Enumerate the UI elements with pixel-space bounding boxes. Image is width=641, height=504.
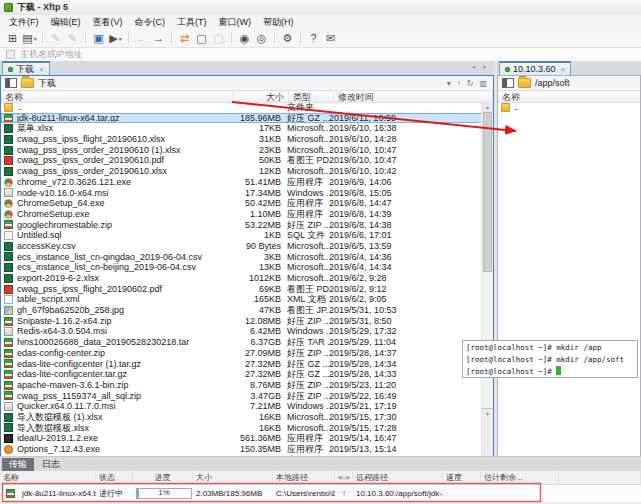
- refresh-view-icon[interactable]: ▣: [90, 31, 107, 46]
- panel-toggle-icon[interactable]: [5, 78, 17, 88]
- file-type-icon: [501, 103, 510, 112]
- forward-icon[interactable]: →: [150, 31, 167, 46]
- feedback-icon[interactable]: ✉: [322, 31, 339, 46]
- file-row[interactable]: ecs_instance_list_cn-beijing_2019-06-04.…: [1, 262, 482, 273]
- transfer-row[interactable]: jdk-8u211-linux-x64.tar.gz 进行中 1% 2.03MB…: [0, 485, 641, 502]
- scroll-thumb[interactable]: [483, 112, 492, 272]
- file-row[interactable]: ..: [498, 102, 640, 113]
- tab-close-icon[interactable]: ×: [561, 65, 566, 74]
- sync-browsing-icon[interactable]: ◎: [253, 31, 270, 46]
- file-type-icon: [4, 295, 13, 304]
- tab-scroll-buttons[interactable]: ◄ ►: [470, 64, 490, 70]
- file-row[interactable]: cwag_pss_ipss_order_20190610.xlsx 12KB M…: [1, 166, 482, 177]
- file-row[interactable]: Options_7.12.43.exe 150.35MB 应用程序 2019/5…: [1, 444, 482, 455]
- file-type-icon: [4, 124, 13, 133]
- menu-item-edit[interactable]: 编辑(E): [45, 16, 87, 29]
- terminal-line: [root@localhost ~]#: [466, 366, 634, 378]
- host-address-input[interactable]: 主机名或IP地址: [20, 48, 83, 61]
- file-row[interactable]: 导入数据模板.xlsx 16KB Microsoft... 2019/5/15,…: [1, 423, 482, 434]
- local-scrollbar[interactable]: ▲ ▼: [481, 102, 493, 456]
- host-icon: [6, 50, 15, 59]
- remote-path-label[interactable]: /app/soft: [535, 78, 570, 88]
- column-local-path[interactable]: 本地路径: [273, 471, 335, 484]
- column-modified[interactable]: 修改时间: [334, 91, 493, 102]
- file-row[interactable]: 菜单.xlsx 17KB Microsoft... 2019/6/10, 16:…: [1, 123, 482, 134]
- scroll-up-icon[interactable]: ▲: [482, 102, 493, 112]
- tab-close-icon[interactable]: ×: [39, 65, 44, 74]
- file-row[interactable]: edas-config-center.zip 27.09MB 好压 ZIP ..…: [1, 348, 482, 359]
- file-row[interactable]: apache-maven-3.6.1-bin.zip 8.76MB 好压 ZIP…: [1, 380, 482, 391]
- open-folder-icon[interactable]: ▤▾: [21, 31, 38, 46]
- column-size[interactable]: 大小: [234, 91, 289, 102]
- menu-item-tools[interactable]: 工具(T): [171, 16, 213, 29]
- file-row[interactable]: cwag_pss_1159374_all_sql.zip 3.47GB 好压 Z…: [1, 391, 482, 402]
- file-row[interactable]: Redis-x64-3.0.504.msi 6.42MB Windows ...…: [1, 326, 482, 337]
- refresh-icon[interactable]: ↻: [467, 79, 474, 88]
- file-row[interactable]: ideaIU-2019.1.2.exe 561.36MB 应用程序 2019/5…: [1, 433, 482, 444]
- column-speed[interactable]: 速度: [443, 471, 481, 484]
- menu-item-command[interactable]: 命令(C): [129, 16, 172, 29]
- menu-item-file[interactable]: 文件(F): [3, 16, 45, 29]
- local-path-label[interactable]: 下载: [38, 77, 56, 90]
- file-row[interactable]: node-v10.16.0-x64.msi 17.34MB Windows ..…: [1, 188, 482, 199]
- new-session-icon[interactable]: ⊞: [4, 31, 21, 46]
- file-row[interactable]: chrome_v72.0.3626.121.exe 51.41MB 应用程序 2…: [1, 177, 482, 188]
- title-bar: 下载 - Xftp 5: [0, 0, 641, 15]
- rename-icon: ✎: [47, 31, 64, 46]
- column-direction[interactable]: <->: [335, 471, 353, 484]
- menu-item-view[interactable]: 查看(V): [87, 16, 129, 29]
- view-mode-icon[interactable]: ▥: [479, 79, 487, 88]
- copy-icon[interactable]: ▢: [193, 31, 210, 46]
- file-row[interactable]: Untitled.sql 1KB SQL 文件 2019/6/6, 17:01: [1, 230, 482, 241]
- column-remote-path[interactable]: 远程路径: [353, 471, 443, 484]
- settings-icon[interactable]: ⚙: [279, 31, 296, 46]
- file-row[interactable]: accessKey.csv 90 Bytes Microsoft... 2019…: [1, 241, 482, 252]
- scroll-down-icon[interactable]: ▼: [482, 408, 493, 456]
- column-name[interactable]: 名称: [498, 91, 640, 102]
- menu-item-window[interactable]: 窗口(W): [213, 16, 258, 29]
- file-row[interactable]: gh_67f9ba62520b_258.jpg 47KB 看图王 JP... 2…: [1, 305, 482, 316]
- file-row[interactable]: edas-lite-configcenter (1).tar.gz 27.32M…: [1, 359, 482, 370]
- column-name[interactable]: 名称: [0, 471, 96, 484]
- panel-toggle-icon[interactable]: [502, 78, 514, 88]
- file-row[interactable]: ChromeSetup.exe 1.10MB 应用程序 2019/6/8, 14…: [1, 209, 482, 220]
- terminal-cursor: [556, 366, 561, 375]
- file-type-icon: [6, 489, 15, 498]
- file-row[interactable]: ChromeSetup_64.exe 50.42MB 应用程序 2019/6/8…: [1, 198, 482, 209]
- remote-tab[interactable]: 10.10.3.60 ×: [499, 61, 571, 75]
- transfer-icon[interactable]: ⇄: [176, 31, 193, 46]
- column-type[interactable]: 类型: [289, 91, 334, 102]
- file-row[interactable]: ecs_instance_list_cn-qingdao_2019-06-04.…: [1, 252, 482, 263]
- file-row[interactable]: cwag_pss_ipss_flight_20190602.pdf 69KB 看…: [1, 284, 482, 295]
- path-dropdown-icon[interactable]: ▾: [447, 79, 451, 88]
- file-row[interactable]: Quicker.x64.0.11.7.0.msi 7.21MB Windows …: [1, 401, 482, 412]
- file-row[interactable]: export-2019-6-2.xlsx 1012KB Microsoft...…: [1, 273, 482, 284]
- file-row[interactable]: cwag_pss_ipss_order_20190610.pdf 50KB 看图…: [1, 155, 482, 166]
- file-row[interactable]: edas-lite-configcenter.tar.gz 27.32MB 好压…: [1, 369, 482, 380]
- tab-log[interactable]: 日志: [35, 458, 67, 471]
- column-progress[interactable]: 进度: [133, 471, 193, 484]
- file-row[interactable]: cwag_pss_ipss_order_20190610 (1).xlsx 23…: [1, 145, 482, 156]
- column-name[interactable]: 名称: [1, 91, 234, 102]
- local-path-bar: 下载 ▾ ↑ ↻ ▥: [1, 76, 493, 91]
- file-row[interactable]: hins100026688_data_20190528230218.tar 6.…: [1, 337, 482, 348]
- column-status[interactable]: 状态: [96, 471, 133, 484]
- file-row[interactable]: jdk-8u211-linux-x64.tar.gz 185.96MB 好压 G…: [1, 113, 482, 124]
- file-row[interactable]: table_script.xml 165KB XML 文档 2019/6/2, …: [1, 294, 482, 305]
- tab-transfer[interactable]: 传输: [2, 458, 34, 471]
- sync-icon[interactable]: ◉: [236, 31, 253, 46]
- column-eta[interactable]: 估计剩余...: [481, 471, 559, 484]
- file-row[interactable]: googlechromestable.zip 53.22MB 好压 ZIP ..…: [1, 220, 482, 231]
- file-row[interactable]: 导入数据模板 (1).xlsx 16KB Microsoft... 2019/5…: [1, 412, 482, 423]
- file-row[interactable]: Snipaste-1.16.2-x64.zip 12.08MB 好压 ZIP .…: [1, 316, 482, 327]
- column-size[interactable]: 大小: [193, 471, 273, 484]
- file-row[interactable]: .. 文件夹: [1, 102, 482, 113]
- menu-item-help[interactable]: 帮助(H): [257, 16, 300, 29]
- local-tab[interactable]: 下载 ×: [2, 61, 50, 75]
- file-type-icon: [4, 359, 13, 368]
- file-type-icon: [4, 306, 13, 315]
- up-folder-icon[interactable]: ↑: [457, 79, 461, 88]
- run-icon[interactable]: ▶▾: [107, 31, 124, 46]
- help-icon[interactable]: ?: [305, 31, 322, 46]
- file-row[interactable]: cwag_pss_ipss_flight_20190610.xlsx 31KB …: [1, 134, 482, 145]
